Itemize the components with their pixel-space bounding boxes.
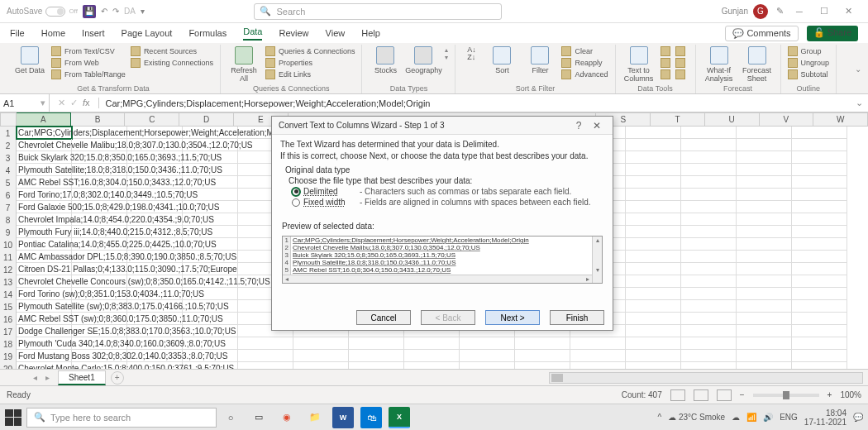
cell[interactable]: Car;MPG;Cylinders;Displacement;Horsepowe…: [17, 127, 72, 139]
wizard-next-button[interactable]: Next >: [485, 310, 540, 325]
menu-page-layout[interactable]: Page Layout: [122, 28, 173, 38]
radio-icon[interactable]: [292, 188, 300, 196]
save-icon[interactable]: 💾: [83, 5, 96, 18]
cell[interactable]: [626, 226, 681, 238]
cell[interactable]: [626, 201, 681, 213]
cell[interactable]: Citroen DS-21 Pallas;0;4;133.0;115.0;309…: [17, 263, 72, 275]
cell[interactable]: Plymouth Fury iii;14.0;8;440.0;215.0;431…: [17, 226, 72, 238]
grid-row[interactable]: 18Plymouth 'Cuda 340;14.0;8;340.0;160.0;…: [0, 337, 868, 350]
cell[interactable]: [404, 337, 460, 350]
cell[interactable]: [737, 263, 792, 275]
consolidate-icon[interactable]: [675, 58, 685, 68]
toggle-icon[interactable]: [45, 7, 65, 17]
cell[interactable]: Ford Mustang Boss 302;0;8;302.0;140.0;33…: [17, 350, 72, 362]
sheet-tab[interactable]: Sheet1: [58, 370, 106, 385]
cell[interactable]: Dodge Challenger SE;15.0;8;383.0;170.0;3…: [17, 325, 72, 337]
name-box[interactable]: A1▾: [0, 94, 50, 112]
cell[interactable]: [792, 201, 847, 213]
grid-row[interactable]: 19Ford Mustang Boss 302;0;8;302.0;140.0;…: [0, 350, 868, 362]
zoom-in-icon[interactable]: +: [827, 390, 832, 399]
cell[interactable]: [737, 213, 792, 226]
sheet-nav-prev[interactable]: ◂: [33, 373, 37, 382]
cell[interactable]: [792, 127, 847, 139]
page-break-icon[interactable]: [717, 389, 732, 401]
menu-file[interactable]: File: [10, 28, 25, 38]
cell[interactable]: [737, 189, 792, 201]
cell[interactable]: [681, 337, 737, 350]
cell[interactable]: [737, 238, 792, 251]
cell[interactable]: [626, 275, 681, 288]
comments-button[interactable]: 💬 Comments: [725, 26, 798, 41]
cell[interactable]: [626, 189, 681, 201]
cell[interactable]: [626, 238, 681, 251]
cell[interactable]: [349, 362, 404, 369]
cell[interactable]: [737, 251, 792, 263]
col-header[interactable]: W: [813, 112, 868, 127]
cell[interactable]: [681, 288, 737, 300]
row-header[interactable]: 20: [0, 362, 17, 369]
cell[interactable]: [626, 325, 681, 337]
cell[interactable]: [626, 300, 681, 313]
cell[interactable]: [681, 176, 737, 189]
cell[interactable]: [737, 325, 792, 337]
cell[interactable]: [681, 275, 737, 288]
chrome-icon[interactable]: ◉: [276, 407, 298, 428]
cell[interactable]: [792, 151, 847, 164]
cell[interactable]: [681, 251, 737, 263]
ribbon-item[interactable]: Properties: [265, 58, 355, 68]
start-button[interactable]: [5, 409, 21, 426]
cell[interactable]: [681, 164, 737, 176]
filter-button[interactable]: Filter: [523, 46, 556, 74]
cell[interactable]: [737, 139, 792, 151]
minimize-button[interactable]: ─: [787, 3, 812, 20]
cell[interactable]: [681, 313, 737, 325]
cell[interactable]: [626, 337, 681, 350]
cell[interactable]: AMC Rebel SST;16.0;8;304.0;150.0;3433.;1…: [17, 176, 72, 189]
cell[interactable]: [626, 288, 681, 300]
preview-vscroll[interactable]: ▴▾: [592, 236, 602, 283]
get-data-button[interactable]: Get Data: [13, 46, 46, 74]
cell[interactable]: [570, 362, 626, 369]
cell[interactable]: [460, 350, 515, 362]
cell[interactable]: [293, 337, 349, 350]
cell[interactable]: [626, 251, 681, 263]
zoom-slider[interactable]: [753, 394, 819, 397]
taskbar-search[interactable]: 🔍Type here to search: [26, 408, 217, 428]
cell[interactable]: [792, 300, 847, 313]
cell[interactable]: [737, 350, 792, 362]
onedrive-icon[interactable]: ☁: [732, 413, 740, 422]
menu-formulas[interactable]: Formulas: [188, 28, 227, 38]
cell[interactable]: Pontiac Catalina;14.0;8;455.0;225.0;4425…: [17, 238, 72, 251]
sheet-nav-next[interactable]: ▸: [45, 373, 50, 382]
maximize-button[interactable]: ☐: [812, 3, 837, 20]
ribbon-item[interactable]: Subtotal: [788, 69, 830, 79]
col-header[interactable]: D: [179, 112, 234, 127]
col-header[interactable]: B: [71, 112, 126, 127]
cell[interactable]: [737, 362, 792, 369]
ribbon-item[interactable]: From Table/Range: [51, 69, 126, 79]
ribbon-item[interactable]: Ungroup: [788, 58, 830, 68]
cell[interactable]: [681, 213, 737, 226]
cell[interactable]: [460, 362, 515, 369]
cell[interactable]: [238, 350, 293, 362]
pen-icon[interactable]: ✎: [776, 6, 784, 17]
cell[interactable]: [681, 226, 737, 238]
what-if-button[interactable]: What-If Analysis: [703, 46, 736, 83]
ribbon-item[interactable]: From Web: [51, 58, 126, 68]
ribbon-item[interactable]: Existing Connections: [131, 58, 213, 68]
cell[interactable]: [626, 139, 681, 151]
sort-az-button[interactable]: A↓Z↓: [462, 46, 480, 61]
menu-insert[interactable]: Insert: [82, 28, 105, 38]
cell[interactable]: [792, 176, 847, 189]
volume-icon[interactable]: 🔊: [763, 413, 773, 422]
notifications-icon[interactable]: 💬: [853, 413, 863, 422]
cell[interactable]: [349, 337, 404, 350]
cell[interactable]: [737, 288, 792, 300]
cell[interactable]: [792, 288, 847, 300]
cell[interactable]: [681, 300, 737, 313]
data-val-icon[interactable]: [661, 58, 670, 68]
cell[interactable]: [792, 350, 847, 362]
wizard-close-button[interactable]: ✕: [588, 120, 606, 131]
enter-icon[interactable]: ✓: [70, 98, 78, 108]
cell[interactable]: [737, 275, 792, 288]
